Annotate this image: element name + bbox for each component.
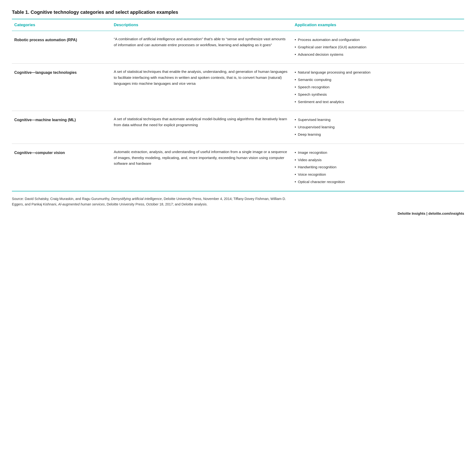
footer-text: Deloitte Insights | deloitte.com/insight…: [398, 211, 464, 215]
table-row: Cognitive—machine learning (ML)A set of …: [12, 111, 464, 143]
category-cell: Cognitive—language technologies: [12, 64, 111, 111]
table-row: Cognitive—computer visionAutomatic extra…: [12, 143, 464, 191]
list-item: Optical character recognition: [295, 178, 459, 186]
applications-cell: Image recognitionVideo analysisHandwriti…: [292, 143, 464, 191]
main-table: Categories Descriptions Application exam…: [12, 19, 464, 191]
col-header-applications: Application examples: [292, 19, 464, 31]
deloitte-footer: Deloitte Insights | deloitte.com/insight…: [12, 211, 464, 215]
list-item: Unsupervised learning: [295, 124, 459, 131]
source-end: , Deloitte University Press, October 18,…: [105, 202, 208, 206]
source-prefix: Source: David Schatsky, Craig Muraskin, …: [12, 197, 111, 201]
list-item: Image recognition: [295, 149, 459, 156]
col-header-descriptions: Descriptions: [111, 19, 292, 31]
source-text: Source: David Schatsky, Craig Muraskin, …: [12, 196, 297, 207]
list-item: Speech recognition: [295, 84, 459, 91]
list-item: Video analysis: [295, 156, 459, 164]
category-cell: Cognitive—computer vision: [12, 143, 111, 191]
col-header-categories: Categories: [12, 19, 111, 31]
list-item: Handwriting recognition: [295, 163, 459, 171]
description-cell: Automatic extraction, analysis, and unde…: [111, 143, 292, 191]
list-item: Semantic computing: [295, 76, 459, 84]
table-title: Table 1. Cognitive technology categories…: [12, 9, 464, 15]
list-item: Voice recognition: [295, 171, 459, 178]
source-italic-2: Al-augmented human services: [58, 202, 105, 206]
list-item: Supervised learning: [295, 116, 459, 124]
list-item: Advanced decision systems: [295, 51, 459, 58]
table-row: Cognitive—language technologiesA set of …: [12, 64, 464, 111]
applications-cell: Supervised learningUnsupervised learning…: [292, 111, 464, 143]
applications-cell: Process automation and configurationGrap…: [292, 31, 464, 64]
list-item: Deep learning: [295, 131, 459, 138]
source-italic-1: Demystifying artificial intelligence: [111, 197, 162, 201]
category-cell: Robotic process automation (RPA): [12, 31, 111, 64]
applications-cell: Natural language processing and generati…: [292, 64, 464, 111]
description-cell: A set of statistical techniques that aut…: [111, 111, 292, 143]
category-cell: Cognitive—machine learning (ML): [12, 111, 111, 143]
list-item: Speech synthesis: [295, 91, 459, 98]
table-row: Robotic process automation (RPA)“A combi…: [12, 31, 464, 64]
list-item: Process automation and configuration: [295, 36, 459, 43]
description-cell: “A combination of artificial intelligenc…: [111, 31, 292, 64]
list-item: Graphical user interface (GUI) automatio…: [295, 43, 459, 51]
description-cell: A set of statistical techniques that ena…: [111, 64, 292, 111]
list-item: Natural language processing and generati…: [295, 69, 459, 76]
list-item: Sentiment and text analytics: [295, 98, 459, 106]
